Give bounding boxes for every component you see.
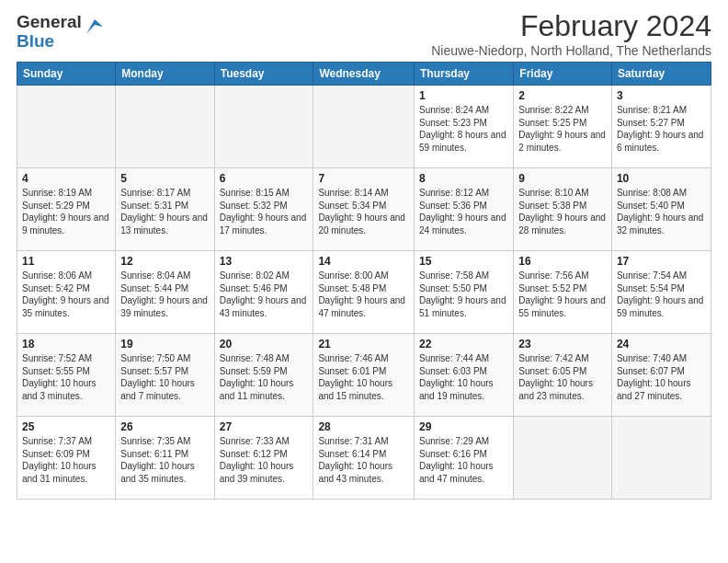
week-row-2: 4Sunrise: 8:19 AM Sunset: 5:29 PM Daylig… [17,168,711,251]
calendar-cell: 14Sunrise: 8:00 AM Sunset: 5:48 PM Dayli… [313,251,415,334]
day-detail: Sunrise: 7:42 AM Sunset: 6:05 PM Dayligh… [518,352,607,402]
weekday-header-saturday: Saturday [611,63,711,86]
weekday-header-friday: Friday [514,63,612,86]
day-number: 16 [518,255,607,268]
day-number: 24 [617,338,706,350]
calendar-cell: 6Sunrise: 8:15 AM Sunset: 5:32 PM Daylig… [214,168,313,251]
day-number: 6 [220,172,309,185]
calendar-cell: 20Sunrise: 7:48 AM Sunset: 5:59 PM Dayli… [214,334,313,417]
day-detail: Sunrise: 7:31 AM Sunset: 6:14 PM Dayligh… [318,435,409,485]
day-number: 26 [120,420,209,433]
day-detail: Sunrise: 7:50 AM Sunset: 5:57 PM Dayligh… [120,352,209,402]
day-number: 25 [22,420,110,433]
day-detail: Sunrise: 8:21 AM Sunset: 5:27 PM Dayligh… [617,104,706,154]
calendar-cell: 24Sunrise: 7:40 AM Sunset: 6:07 PM Dayli… [611,334,711,417]
calendar-cell [17,86,116,168]
day-number: 27 [220,420,309,433]
day-detail: Sunrise: 7:56 AM Sunset: 5:52 PM Dayligh… [518,270,607,319]
week-row-3: 11Sunrise: 8:06 AM Sunset: 5:42 PM Dayli… [17,251,711,334]
day-number: 23 [518,338,607,350]
day-number: 9 [518,172,607,185]
calendar-cell [116,86,214,168]
day-detail: Sunrise: 8:15 AM Sunset: 5:32 PM Dayligh… [220,187,309,236]
calendar-cell: 23Sunrise: 7:42 AM Sunset: 6:05 PM Dayli… [514,334,612,417]
calendar-cell: 16Sunrise: 7:56 AM Sunset: 5:52 PM Dayli… [514,251,612,334]
day-detail: Sunrise: 7:37 AM Sunset: 6:09 PM Dayligh… [22,435,110,485]
day-number: 13 [220,255,309,268]
day-number: 17 [617,255,706,268]
day-detail: Sunrise: 7:35 AM Sunset: 6:11 PM Dayligh… [120,435,209,485]
calendar-cell: 21Sunrise: 7:46 AM Sunset: 6:01 PM Dayli… [313,334,415,417]
day-number: 4 [22,172,110,185]
calendar-cell: 26Sunrise: 7:35 AM Sunset: 6:11 PM Dayli… [116,417,214,500]
weekday-header-wednesday: Wednesday [313,63,415,86]
weekday-header-thursday: Thursday [414,63,513,86]
calendar-cell: 3Sunrise: 8:21 AM Sunset: 5:27 PM Daylig… [611,86,711,168]
week-row-4: 18Sunrise: 7:52 AM Sunset: 5:55 PM Dayli… [17,334,711,417]
day-detail: Sunrise: 7:33 AM Sunset: 6:12 PM Dayligh… [220,435,309,485]
day-detail: Sunrise: 8:19 AM Sunset: 5:29 PM Dayligh… [22,187,110,236]
month-title: February 2024 [431,9,711,43]
day-number: 21 [318,338,409,350]
day-number: 14 [318,255,409,268]
day-detail: Sunrise: 8:24 AM Sunset: 5:23 PM Dayligh… [419,104,508,154]
calendar-cell [611,417,711,500]
calendar-cell: 1Sunrise: 8:24 AM Sunset: 5:23 PM Daylig… [414,86,513,168]
calendar-cell: 22Sunrise: 7:44 AM Sunset: 6:03 PM Dayli… [414,334,513,417]
calendar-body: 1Sunrise: 8:24 AM Sunset: 5:23 PM Daylig… [17,86,711,500]
day-number: 12 [120,255,209,268]
day-number: 11 [22,255,110,268]
day-number: 29 [419,420,508,433]
day-number: 3 [617,89,706,102]
day-detail: Sunrise: 8:04 AM Sunset: 5:44 PM Dayligh… [120,270,209,319]
calendar-page: General Blue February 2024 Nieuwe-Niedor… [0,0,728,507]
logo: General Blue [17,13,105,52]
day-number: 28 [318,420,409,433]
logo-icon [85,17,105,38]
day-detail: Sunrise: 7:29 AM Sunset: 6:16 PM Dayligh… [419,435,508,485]
logo-general: General [17,13,82,32]
calendar-cell: 19Sunrise: 7:50 AM Sunset: 5:57 PM Dayli… [116,334,214,417]
title-area: February 2024 Nieuwe-Niedorp, North Holl… [431,9,711,58]
calendar-cell: 18Sunrise: 7:52 AM Sunset: 5:55 PM Dayli… [17,334,116,417]
calendar-cell [514,417,612,500]
day-number: 18 [22,338,110,350]
calendar-cell: 10Sunrise: 8:08 AM Sunset: 5:40 PM Dayli… [611,168,711,251]
calendar-cell: 2Sunrise: 8:22 AM Sunset: 5:25 PM Daylig… [514,86,612,168]
day-number: 15 [419,255,508,268]
day-detail: Sunrise: 8:02 AM Sunset: 5:46 PM Dayligh… [220,270,309,319]
day-number: 2 [518,89,607,102]
day-number: 8 [419,172,508,185]
day-detail: Sunrise: 8:14 AM Sunset: 5:34 PM Dayligh… [318,187,409,236]
day-number: 1 [419,89,508,102]
calendar-cell: 17Sunrise: 7:54 AM Sunset: 5:54 PM Dayli… [611,251,711,334]
calendar-cell: 11Sunrise: 8:06 AM Sunset: 5:42 PM Dayli… [17,251,116,334]
day-detail: Sunrise: 8:00 AM Sunset: 5:48 PM Dayligh… [318,270,409,319]
weekday-header-row: SundayMondayTuesdayWednesdayThursdayFrid… [17,63,711,86]
day-number: 10 [617,172,706,185]
day-detail: Sunrise: 8:06 AM Sunset: 5:42 PM Dayligh… [22,270,110,319]
day-number: 5 [120,172,209,185]
day-detail: Sunrise: 7:46 AM Sunset: 6:01 PM Dayligh… [318,352,409,402]
week-row-5: 25Sunrise: 7:37 AM Sunset: 6:09 PM Dayli… [17,417,711,500]
calendar-cell: 15Sunrise: 7:58 AM Sunset: 5:50 PM Dayli… [414,251,513,334]
calendar-header: SundayMondayTuesdayWednesdayThursdayFrid… [17,63,711,86]
day-detail: Sunrise: 7:40 AM Sunset: 6:07 PM Dayligh… [617,352,706,402]
day-detail: Sunrise: 8:12 AM Sunset: 5:36 PM Dayligh… [419,187,508,236]
day-detail: Sunrise: 8:17 AM Sunset: 5:31 PM Dayligh… [120,187,209,236]
calendar-cell [214,86,313,168]
calendar-cell: 27Sunrise: 7:33 AM Sunset: 6:12 PM Dayli… [214,417,313,500]
day-detail: Sunrise: 7:54 AM Sunset: 5:54 PM Dayligh… [617,270,706,319]
calendar-cell [313,86,415,168]
calendar-cell: 8Sunrise: 8:12 AM Sunset: 5:36 PM Daylig… [414,168,513,251]
calendar-cell: 4Sunrise: 8:19 AM Sunset: 5:29 PM Daylig… [17,168,116,251]
weekday-header-monday: Monday [116,63,214,86]
svg-marker-0 [86,19,103,34]
location-subtitle: Nieuwe-Niedorp, North Holland, The Nethe… [431,43,711,58]
day-detail: Sunrise: 7:48 AM Sunset: 5:59 PM Dayligh… [220,352,309,402]
day-detail: Sunrise: 8:22 AM Sunset: 5:25 PM Dayligh… [518,104,607,154]
day-number: 22 [419,338,508,350]
weekday-header-tuesday: Tuesday [214,63,313,86]
week-row-1: 1Sunrise: 8:24 AM Sunset: 5:23 PM Daylig… [17,86,711,168]
calendar-cell: 5Sunrise: 8:17 AM Sunset: 5:31 PM Daylig… [116,168,214,251]
